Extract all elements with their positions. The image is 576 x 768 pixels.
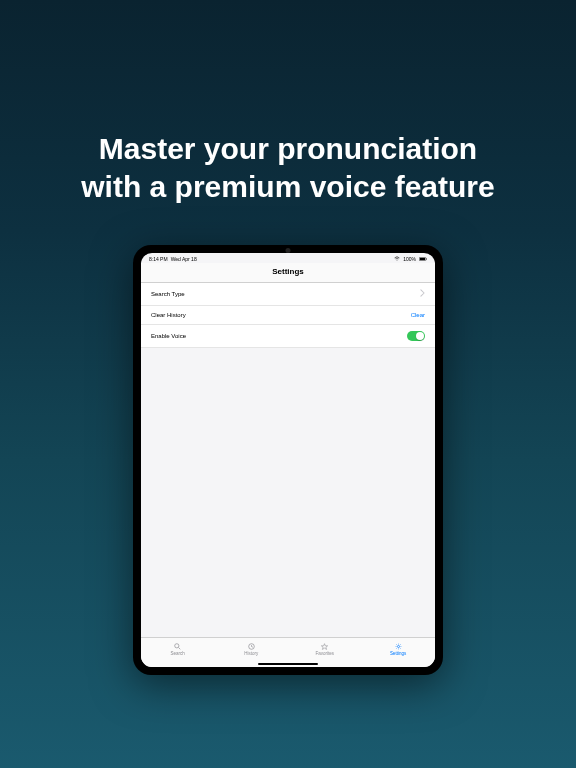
svg-rect-3 [426,258,427,259]
camera-dot [286,248,291,253]
tab-history[interactable]: History [215,638,289,661]
tablet-frame: 8:14 PM Wed Apr 18 100% Settings Search … [133,245,443,675]
nav-title: Settings [141,263,435,283]
tablet-screen: 8:14 PM Wed Apr 18 100% Settings Search … [141,253,435,667]
tab-label: Favorites [315,651,334,656]
wifi-icon [394,256,400,262]
chevron-right-icon [420,289,425,299]
row-label: Enable Voice [151,333,407,339]
battery-icon [419,256,427,262]
headline-line2: with a premium voice feature [81,170,494,203]
promo-headline: Master your pronunciation with a premium… [51,130,524,205]
row-enable-voice: Enable Voice [141,325,435,348]
svg-point-4 [175,644,179,648]
gear-icon [395,643,402,650]
tab-bar: Search History Favorites Settings [141,637,435,661]
svg-rect-2 [420,258,425,261]
star-icon [321,643,328,650]
home-indicator[interactable] [258,663,318,665]
home-indicator-area [141,661,435,667]
row-label: Search Type [151,291,420,297]
tab-label: Search [171,651,185,656]
headline-line1: Master your pronunciation [99,132,477,165]
tab-label: History [244,651,258,656]
search-icon [174,643,181,650]
tab-label: Settings [390,651,406,656]
tab-favorites[interactable]: Favorites [288,638,362,661]
svg-line-5 [179,648,181,650]
row-clear-history: Clear History Clear [141,306,435,325]
enable-voice-toggle[interactable] [407,331,425,341]
tab-settings[interactable]: Settings [362,638,436,661]
svg-point-7 [397,645,399,647]
tab-search[interactable]: Search [141,638,215,661]
clock-icon [248,643,255,650]
clear-button[interactable]: Clear [411,312,425,318]
svg-point-0 [397,260,398,261]
toggle-knob [416,332,424,340]
status-bar: 8:14 PM Wed Apr 18 100% [141,253,435,263]
settings-list: Search Type Clear History Clear Enable V… [141,283,435,348]
row-label: Clear History [151,312,411,318]
status-date: Wed Apr 18 [171,256,197,262]
status-time: 8:14 PM [149,256,168,262]
content-empty [141,348,435,637]
status-battery: 100% [403,256,416,262]
row-search-type[interactable]: Search Type [141,283,435,306]
